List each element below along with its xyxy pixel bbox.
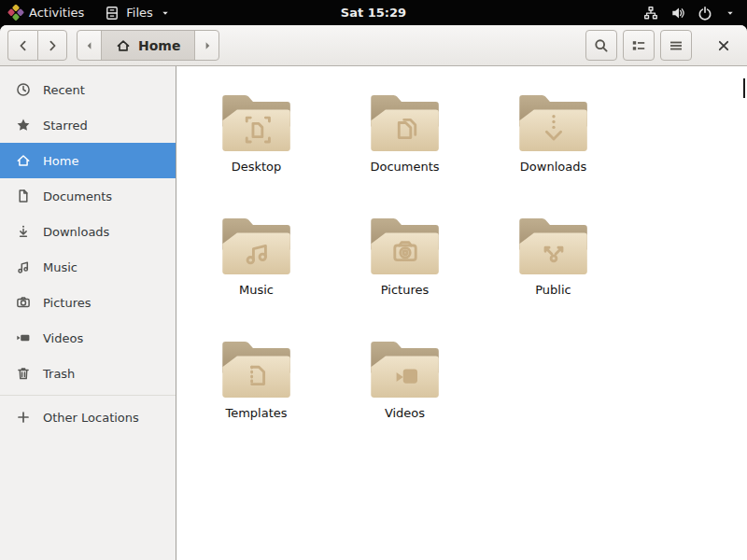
folder-icon [514,89,594,156]
camera-icon [16,295,31,310]
folder-item-desktop[interactable]: Desktop [182,89,331,212]
folder-icon [365,335,445,402]
document-icon [16,189,31,203]
activities-label: Activities [29,6,84,20]
sidebar-item-pictures[interactable]: Pictures [0,285,176,320]
folder-icon [514,212,594,279]
toolbar: Home [0,25,747,66]
forward-icon [45,38,60,53]
window-close-button[interactable] [713,35,734,56]
folder-label: Videos [385,406,425,420]
sidebar-item-home[interactable]: Home [0,143,176,178]
folder-icon [365,89,445,156]
chevron-down-icon [725,7,736,19]
sidebar-item-recent[interactable]: Recent [0,72,176,107]
folder-item-public[interactable]: Public [479,212,627,335]
folder-item-pictures[interactable]: Pictures [331,212,479,335]
sidebar-item-videos[interactable]: Videos [0,320,176,356]
app-menu-label: Files [126,6,153,20]
files-app-icon [105,6,120,21]
list-view-icon [631,38,646,53]
sidebar-item-label: Home [43,154,78,168]
sidebar-item-other-locations[interactable]: Other Locations [0,399,176,435]
files-window: Home [0,25,747,560]
sidebar: Recent Starred Home Documents [0,66,176,560]
sidebar-item-label: Starred [43,119,88,133]
folder-label: Public [535,283,571,297]
activities-logo-icon [7,4,25,22]
sidebar-item-label: Music [43,260,78,274]
search-icon [594,38,609,53]
path-current-label: Home [138,38,180,53]
top-bar: Activities Files Sat 15:29 [0,0,747,25]
folder-item-music[interactable]: Music [182,212,331,335]
text-cursor [743,78,745,98]
sidebar-item-label: Pictures [43,296,91,310]
folder-icon [365,212,445,279]
file-view[interactable]: Desktop Documents Downloads [176,66,747,560]
folder-item-documents[interactable]: Documents [331,89,479,212]
path-prev-icon [82,38,97,53]
sidebar-item-trash[interactable]: Trash [0,356,176,391]
star-icon [16,118,31,133]
sidebar-item-label: Trash [43,367,75,381]
folder-item-templates[interactable]: Templates [182,335,331,458]
folder-label: Pictures [381,283,429,297]
system-tray[interactable] [643,6,747,21]
view-toggle-button[interactable] [623,30,655,61]
sidebar-item-documents[interactable]: Documents [0,178,176,214]
chevron-down-icon [160,7,171,19]
home-icon [16,153,31,168]
back-button[interactable] [7,30,37,61]
path-next-icon [200,38,215,53]
close-icon [716,38,731,53]
path-bar: Home [77,30,219,61]
sidebar-item-label: Recent [43,83,85,97]
folder-item-videos[interactable]: Videos [331,335,479,458]
video-icon [16,330,31,345]
sidebar-item-label: Documents [43,189,112,203]
sidebar-item-label: Other Locations [43,411,139,425]
network-icon [643,6,658,21]
clock-icon [16,82,31,97]
path-next-button[interactable] [195,31,218,60]
menu-button[interactable] [660,30,692,61]
plus-icon [16,410,31,425]
volume-icon [670,6,685,21]
sidebar-item-label: Videos [43,331,83,345]
folder-icon [217,89,297,156]
folder-label: Templates [225,406,287,420]
sidebar-item-starred[interactable]: Starred [0,107,176,143]
folder-icon [217,212,297,279]
search-button[interactable] [585,30,617,61]
path-segment-home[interactable]: Home [101,31,195,60]
sidebar-item-music[interactable]: Music [0,249,176,285]
download-icon [16,224,31,239]
sidebar-item-label: Downloads [43,225,109,239]
folder-icon [217,335,297,402]
forward-button[interactable] [37,30,67,61]
power-icon [698,6,712,21]
folder-label: Downloads [520,160,586,174]
activities-button[interactable]: Activities [9,0,84,25]
clock[interactable]: Sat 15:29 [341,6,406,20]
folder-label: Music [239,283,274,297]
sidebar-separator [0,395,176,396]
folder-item-downloads[interactable]: Downloads [479,89,627,212]
music-icon [16,259,31,274]
app-menu-button[interactable]: Files [105,0,171,25]
back-icon [16,38,31,53]
trash-icon [16,366,31,381]
path-prev-button[interactable] [78,31,101,60]
folder-label: Desktop [232,160,282,174]
folder-label: Documents [370,160,439,174]
home-icon [116,38,131,53]
sidebar-item-downloads[interactable]: Downloads [0,214,176,249]
menu-icon [669,38,684,53]
